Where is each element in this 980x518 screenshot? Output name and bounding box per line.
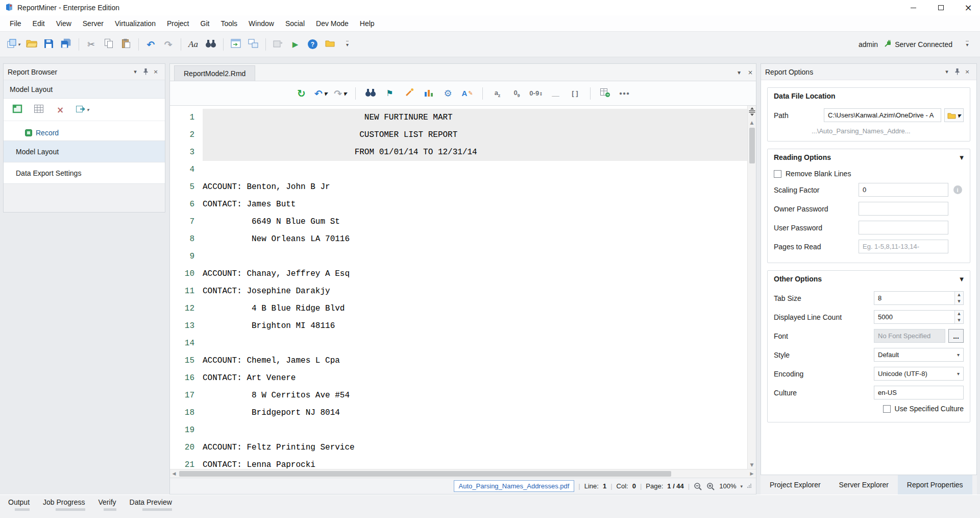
scroll-right-arrow[interactable]: ▶ — [748, 469, 756, 478]
scaling-factor-input[interactable] — [859, 183, 948, 197]
dataflow-button[interactable] — [228, 36, 243, 53]
scrollbar-thumb[interactable] — [179, 471, 671, 477]
pin-icon[interactable] — [952, 68, 962, 76]
menu-item[interactable]: Dev Mode — [310, 15, 354, 32]
menu-item[interactable]: Git — [195, 15, 215, 32]
menu-item[interactable]: Server — [77, 15, 109, 32]
brackets-button[interactable]: [ ] — [568, 86, 582, 101]
auto-create-fields-button[interactable] — [402, 86, 416, 101]
tab-size-input[interactable] — [874, 291, 964, 305]
editor-redo-button[interactable]: ↷▾ — [333, 86, 348, 101]
bottom-tab[interactable]: Verify — [99, 498, 116, 511]
chevron-down-icon[interactable]: ▾ — [942, 68, 952, 75]
menu-item[interactable]: File — [4, 15, 27, 32]
open-file-button[interactable] — [24, 36, 39, 53]
more-options-button[interactable]: ●●● — [618, 86, 632, 101]
close-document-icon[interactable]: × — [745, 69, 756, 76]
redo-button[interactable]: ↷ — [161, 36, 176, 53]
undo-button[interactable]: ↶ — [143, 36, 159, 53]
left-nav-item[interactable]: Data Export Settings — [4, 162, 165, 183]
export-table-button[interactable] — [598, 86, 612, 101]
sort-az-button[interactable]: az — [491, 86, 505, 101]
tab-size-stepper[interactable]: ▲▼ — [874, 291, 964, 305]
menu-item[interactable]: Edit — [27, 15, 51, 32]
delete-button[interactable]: × — [53, 102, 68, 118]
find-button[interactable] — [203, 36, 218, 53]
cut-button[interactable]: ✂ — [84, 36, 99, 53]
tree-item-record[interactable]: Record — [4, 125, 165, 140]
scroll-down-arrow[interactable]: ▼ — [748, 461, 756, 469]
spin-down-icon[interactable]: ▼ — [958, 299, 960, 303]
numeric-button[interactable]: 09 — [510, 86, 524, 101]
font-button[interactable]: Aa — [186, 36, 201, 53]
scrollbar-thumb[interactable] — [749, 128, 755, 163]
editor-content[interactable]: 1 NEW FURTINURE MART 2 CUSTOMER LIST REP… — [170, 106, 747, 469]
browse-path-button[interactable]: ▾ — [944, 108, 964, 122]
grid-view-button[interactable] — [31, 102, 46, 118]
remove-blank-lines-checkbox[interactable] — [774, 170, 781, 178]
menu-item[interactable]: Social — [280, 15, 310, 32]
menu-item[interactable]: Tools — [215, 15, 243, 32]
spin-down-icon[interactable]: ▼ — [958, 318, 960, 322]
toolbar-overflow-button[interactable]: ▾ — [340, 36, 355, 53]
document-tab[interactable]: ReportModel2.Rmd — [174, 65, 255, 81]
scroll-up-arrow[interactable]: ▲ — [748, 119, 756, 127]
menu-item[interactable]: Virtualization — [109, 15, 161, 32]
underscore-button[interactable]: __ — [549, 86, 563, 101]
bottom-tab[interactable]: Job Progress — [43, 498, 85, 511]
panel-tab[interactable]: Server Explorer — [830, 475, 898, 495]
displayed-line-count-input[interactable] — [874, 310, 964, 324]
save-all-button[interactable] — [59, 36, 74, 53]
pattern-settings-button[interactable]: ⚙ — [441, 86, 455, 101]
format-font-button[interactable]: A✎ — [460, 86, 475, 101]
new-model-button[interactable]: ▾ — [5, 36, 22, 53]
pin-icon[interactable] — [140, 68, 151, 76]
close-button[interactable]: × — [957, 0, 980, 15]
collapse-arrow-icon[interactable]: ▼ — [960, 155, 964, 160]
horizontal-scrollbar[interactable]: ◀ ▶ — [170, 469, 756, 478]
chevron-down-icon[interactable]: ▾ — [130, 68, 140, 75]
resize-grip-icon[interactable] — [747, 482, 752, 490]
close-icon[interactable]: × — [151, 68, 161, 75]
editor-find-button[interactable] — [363, 86, 378, 101]
paste-button[interactable] — [118, 36, 134, 53]
flag-region-button[interactable]: ⚑ — [383, 86, 397, 101]
help-button[interactable]: ? — [305, 36, 321, 53]
menu-item[interactable]: Project — [161, 15, 195, 32]
user-label[interactable]: admin — [859, 40, 878, 49]
bottom-tab[interactable]: Output — [8, 498, 30, 511]
copy-button[interactable] — [101, 36, 116, 53]
workflow-button[interactable] — [246, 36, 261, 53]
owner-password-input[interactable] — [859, 202, 948, 216]
scroll-left-arrow[interactable]: ◀ — [170, 469, 178, 478]
browse-folder-button[interactable] — [323, 36, 338, 53]
maximize-button[interactable] — [929, 0, 952, 15]
menu-item[interactable]: Window — [243, 15, 280, 32]
save-button[interactable] — [41, 36, 57, 53]
culture-input[interactable] — [874, 386, 964, 399]
chart-button[interactable] — [422, 86, 436, 101]
zoom-out-button[interactable] — [694, 482, 702, 490]
editor-undo-button[interactable]: ↶▾ — [314, 86, 328, 101]
collapse-arrow-icon[interactable]: ▼ — [960, 276, 964, 282]
deploy-button[interactable] — [271, 36, 286, 53]
bottom-tab[interactable]: Data Preview — [130, 498, 172, 511]
menu-item[interactable]: View — [51, 15, 77, 32]
zoom-level[interactable]: 100% — [719, 482, 736, 490]
zoom-dropdown-icon[interactable]: ▾ — [740, 484, 743, 489]
tab-list-chevron-icon[interactable]: ▾ — [733, 69, 745, 76]
style-dropdown[interactable]: Default ▾ — [874, 348, 964, 362]
group-heading[interactable]: Reading Options ▼ — [768, 149, 970, 164]
spin-up-icon[interactable]: ▲ — [958, 312, 960, 316]
group-heading[interactable]: Other Options ▼ — [768, 271, 970, 286]
spin-up-icon[interactable]: ▲ — [958, 293, 960, 297]
numeric-sort-button[interactable]: 0-9↕ — [529, 86, 544, 101]
font-browse-button[interactable]: ... — [948, 329, 964, 343]
split-editor-handle[interactable] — [749, 106, 755, 119]
source-file-link[interactable]: Auto_Parsing_Names_Addresses.pdf — [454, 480, 575, 492]
user-password-input[interactable] — [859, 221, 948, 234]
toolbar-options-button[interactable]: ▾ — [960, 36, 975, 53]
zoom-in-button[interactable] — [706, 482, 715, 490]
path-input[interactable] — [824, 108, 941, 122]
add-region-button[interactable] — [10, 102, 25, 118]
